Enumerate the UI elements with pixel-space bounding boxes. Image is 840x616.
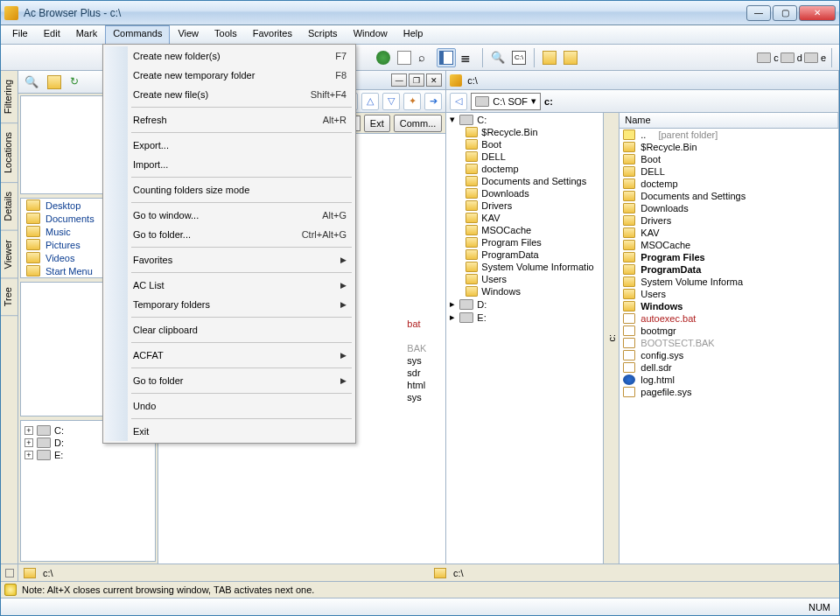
tree-folder[interactable]: doctemp bbox=[446, 163, 603, 175]
folder-row[interactable]: ProgramData bbox=[620, 263, 838, 276]
expand-icon[interactable]: ▸ bbox=[448, 298, 456, 310]
tree-folder[interactable]: System Volume Informatio bbox=[446, 261, 603, 273]
tool-copy-icon[interactable] bbox=[395, 48, 414, 67]
expand-icon[interactable]: + bbox=[24, 438, 33, 447]
drive-node[interactable]: +E: bbox=[24, 449, 151, 461]
drive-selector[interactable]: C:\ SOF ▾ bbox=[471, 93, 541, 110]
file-row[interactable]: BOOTSECT.BAK bbox=[620, 337, 838, 349]
tree-folder[interactable]: Users bbox=[446, 273, 603, 285]
folder-row[interactable]: MSOCache bbox=[620, 239, 838, 251]
menu-item[interactable]: Go to folder▶ bbox=[105, 371, 354, 390]
file-row[interactable]: autoexec.bat bbox=[620, 312, 838, 325]
col-name[interactable]: Name bbox=[620, 113, 838, 128]
maximize-button[interactable]: ▢ bbox=[773, 5, 797, 21]
tool-find-icon[interactable]: 🔍 bbox=[488, 48, 508, 67]
menu-item[interactable]: Undo bbox=[105, 396, 354, 416]
tree-folder[interactable]: Drivers bbox=[446, 200, 603, 212]
tool-folder-net-icon[interactable] bbox=[561, 48, 580, 67]
tool-folder-open-icon[interactable] bbox=[540, 48, 559, 67]
menu-view[interactable]: View bbox=[170, 25, 206, 44]
tool-list-icon[interactable] bbox=[437, 48, 456, 67]
toolbar-drive-d[interactable]: d bbox=[780, 52, 802, 63]
refresh-icon[interactable]: ↻ bbox=[67, 73, 87, 92]
folder-row[interactable]: Documents and Settings bbox=[620, 190, 838, 202]
comm-button[interactable]: Comm... bbox=[394, 115, 443, 132]
toolbar-drive-e[interactable]: e bbox=[804, 52, 826, 63]
tool-cmd-icon[interactable]: C:\ bbox=[509, 48, 528, 67]
collapse-icon[interactable]: ▾ bbox=[448, 114, 456, 125]
mdi-restore[interactable]: ❐ bbox=[409, 74, 424, 87]
file-row[interactable]: config.sys bbox=[620, 349, 838, 361]
menu-scripts[interactable]: Scripts bbox=[300, 25, 346, 44]
folder-row[interactable]: Boot bbox=[620, 153, 838, 165]
file-row[interactable]: log.html bbox=[620, 374, 838, 386]
folder-tree[interactable]: ▾C:$Recycle.BinBootDELLdoctempDocuments … bbox=[446, 113, 604, 564]
menu-item[interactable]: Import... bbox=[105, 155, 354, 174]
side-tab-viewer[interactable]: Viewer bbox=[1, 231, 18, 278]
tree-drive[interactable]: ▸D: bbox=[446, 298, 603, 311]
menu-edit[interactable]: Edit bbox=[36, 25, 68, 44]
side-tab-filtering[interactable]: Filtering bbox=[1, 71, 18, 123]
tree-folder[interactable]: ProgramData bbox=[446, 248, 603, 261]
folder-row[interactable]: doctemp bbox=[620, 178, 838, 190]
folder-icon[interactable] bbox=[45, 73, 64, 92]
path-segment-left[interactable]: c:\ bbox=[18, 568, 429, 578]
side-tab-details[interactable]: Details bbox=[1, 183, 18, 231]
menu-item[interactable]: Create new folder(s)F7 bbox=[105, 46, 354, 66]
file-row[interactable]: bootmgr bbox=[620, 325, 838, 337]
expand-icon[interactable]: ▸ bbox=[448, 312, 456, 323]
menu-item[interactable]: Go to folder...Ctrl+Alt+G bbox=[105, 225, 354, 244]
tree-folder[interactable]: $Recycle.Bin bbox=[446, 126, 603, 138]
tree-folder[interactable]: Downloads bbox=[446, 187, 603, 200]
menu-item[interactable]: Favorites▶ bbox=[105, 250, 354, 270]
menu-tools[interactable]: Tools bbox=[206, 25, 245, 44]
nav-up-icon[interactable]: △ bbox=[361, 93, 379, 110]
mdi-minimize[interactable]: — bbox=[391, 74, 407, 87]
file-row[interactable]: dell.sdr bbox=[620, 361, 838, 374]
nav-star-icon[interactable]: ✦ bbox=[403, 93, 421, 110]
ext-button[interactable]: Ext bbox=[364, 115, 390, 132]
tree-folder[interactable]: MSOCache bbox=[446, 224, 603, 236]
menu-favorites[interactable]: Favorites bbox=[245, 25, 300, 44]
menu-item[interactable]: Go to window...Alt+G bbox=[105, 206, 354, 225]
menu-mark[interactable]: Mark bbox=[68, 25, 105, 44]
menu-item[interactable]: Clear clipboard bbox=[105, 320, 354, 340]
tool-refresh-icon[interactable] bbox=[374, 48, 393, 67]
menu-item[interactable]: Temporary folders▶ bbox=[105, 295, 354, 314]
side-tab-tree[interactable]: Tree bbox=[1, 278, 18, 316]
menu-item[interactable]: AC List▶ bbox=[105, 276, 354, 295]
menu-window[interactable]: Window bbox=[346, 25, 396, 44]
menu-commands[interactable]: Commands bbox=[105, 25, 170, 44]
folder-row[interactable]: KAV bbox=[620, 227, 838, 239]
folder-row[interactable]: Windows bbox=[620, 300, 838, 312]
nav-back-icon[interactable]: ◁ bbox=[450, 93, 467, 110]
path-expand-icon[interactable] bbox=[5, 569, 14, 578]
tree-folder[interactable]: Program Files bbox=[446, 236, 603, 248]
file-list-right[interactable]: ..[parent folder]$Recycle.BinBootDELLdoc… bbox=[620, 129, 838, 564]
folder-row[interactable]: Drivers bbox=[620, 214, 838, 227]
toolbar-drive-c[interactable]: c bbox=[757, 52, 779, 63]
menu-help[interactable]: Help bbox=[396, 25, 431, 44]
tree-folder[interactable]: DELL bbox=[446, 150, 603, 163]
folder-row[interactable]: Users bbox=[620, 288, 838, 300]
menu-item[interactable]: Exit bbox=[105, 422, 354, 441]
menu-item[interactable]: Create new file(s)Shift+F4 bbox=[105, 85, 354, 104]
tree-folder[interactable]: Boot bbox=[446, 138, 603, 150]
menu-item[interactable]: ACFAT▶ bbox=[105, 346, 354, 365]
side-tab-locations[interactable]: Locations bbox=[1, 123, 18, 183]
folder-row[interactable]: $Recycle.Bin bbox=[620, 141, 838, 153]
close-button[interactable]: ✕ bbox=[799, 5, 836, 21]
parent-folder-row[interactable]: ..[parent folder] bbox=[620, 129, 838, 141]
tree-folder[interactable]: KAV bbox=[446, 212, 603, 224]
tree-drive[interactable]: ▸E: bbox=[446, 311, 603, 324]
expand-icon[interactable]: + bbox=[24, 451, 33, 459]
mdi-close[interactable]: ✕ bbox=[426, 74, 442, 87]
tool-details-icon[interactable]: ≣ bbox=[458, 48, 477, 67]
nav-down-icon[interactable]: ▽ bbox=[382, 93, 400, 110]
menu-file[interactable]: File bbox=[4, 25, 36, 44]
file-row[interactable]: pagefile.sys bbox=[620, 386, 838, 398]
folder-row[interactable]: System Volume Informa bbox=[620, 276, 838, 288]
tool-binocular-icon[interactable]: ⌕ bbox=[416, 48, 435, 67]
nav-go-icon[interactable]: ➔ bbox=[424, 93, 442, 110]
folder-row[interactable]: Downloads bbox=[620, 202, 838, 214]
